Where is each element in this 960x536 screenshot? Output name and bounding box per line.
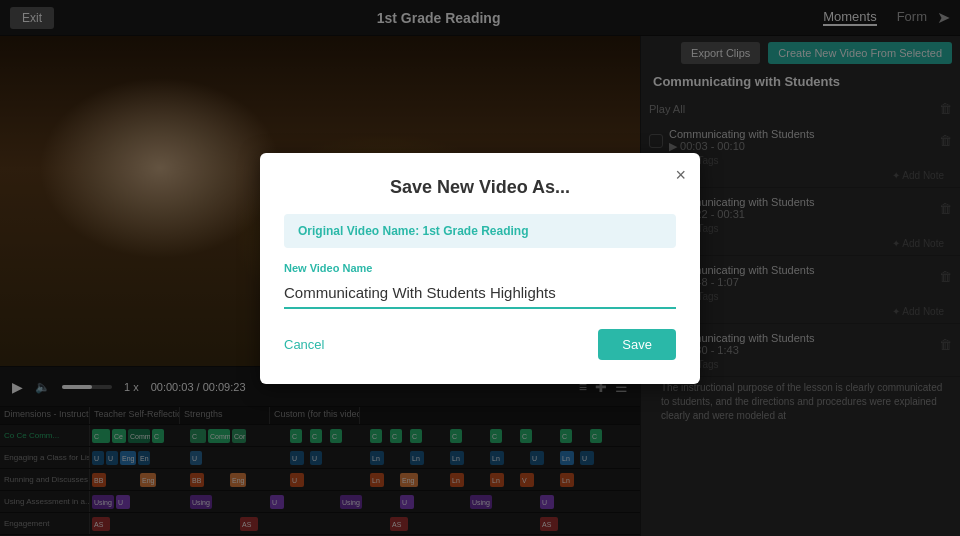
original-label: Original Video Name: xyxy=(298,224,419,238)
new-video-name-input[interactable] xyxy=(284,278,676,309)
cancel-button[interactable]: Cancel xyxy=(284,337,324,352)
original-video-name-display: Original Video Name: 1st Grade Reading xyxy=(284,214,676,248)
modal-close-button[interactable]: × xyxy=(675,165,686,186)
new-video-name-label: New Video Name xyxy=(284,262,676,274)
save-video-modal: Save New Video As... × Original Video Na… xyxy=(260,153,700,384)
original-value: 1st Grade Reading xyxy=(423,224,529,238)
modal-actions: Cancel Save xyxy=(284,329,676,360)
save-button[interactable]: Save xyxy=(598,329,676,360)
modal-overlay: Save New Video As... × Original Video Na… xyxy=(0,0,960,536)
modal-title: Save New Video As... xyxy=(284,177,676,198)
